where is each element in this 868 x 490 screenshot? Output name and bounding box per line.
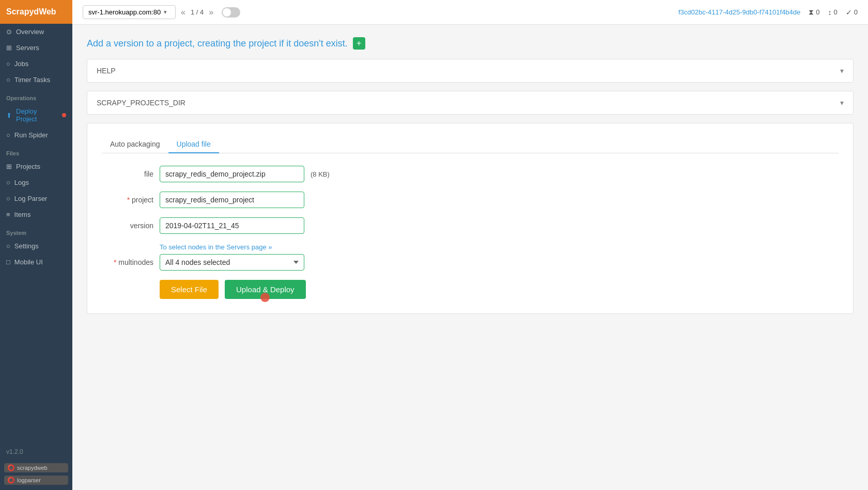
- done-stat: ✓ 0: [846, 8, 858, 17]
- github-icon-scrapydweb: ⭕: [7, 464, 15, 471]
- sidebar-logo[interactable]: ScrapydWeb: [0, 0, 72, 24]
- file-label: file: [102, 170, 153, 178]
- file-row: file (8 KB): [102, 166, 839, 182]
- multinodes-row: multinodes All 4 nodes selected: [102, 254, 839, 271]
- project-input[interactable]: [160, 192, 304, 208]
- files-section-label: Files: [0, 143, 72, 159]
- server-id-link[interactable]: f3cd02bc-4117-4d25-9db0-f74101f4b4de: [678, 8, 800, 16]
- sidebar-item-mobile-ui[interactable]: □ Mobile UI: [0, 254, 72, 270]
- project-row: project: [102, 192, 839, 208]
- mobile-ui-icon: □: [6, 258, 10, 266]
- deploy-project-icon: ⬆: [6, 112, 12, 119]
- running-stat: ↕ 0: [828, 8, 838, 17]
- add-button[interactable]: +: [353, 37, 365, 50]
- form-tabs: Auto packaging Upload file: [102, 136, 839, 153]
- sidebar-item-deploy-project[interactable]: ⬆ Deploy Project: [0, 103, 72, 127]
- version-label: version: [102, 222, 153, 230]
- content-area: Add a version to a project, creating the…: [72, 25, 868, 490]
- timer-tasks-icon: ○: [6, 76, 10, 84]
- system-section-label: System: [0, 223, 72, 238]
- run-spider-icon: ○: [6, 131, 10, 139]
- sidebar-item-run-spider[interactable]: ○ Run Spider: [0, 127, 72, 143]
- version-row: version: [102, 217, 839, 234]
- settings-icon: ○: [6, 242, 10, 250]
- github-icon-logparser: ⭕: [7, 477, 15, 484]
- help-label: HELP: [97, 67, 116, 75]
- upload-deploy-button[interactable]: Upload & Deploy: [225, 280, 306, 299]
- auto-refresh-toggle[interactable]: [222, 7, 240, 18]
- sidebar-item-settings[interactable]: ○ Settings: [0, 238, 72, 254]
- sidebar: ScrapydWeb ⊙ Overview ⊞ Servers ○ Jobs ○…: [0, 0, 72, 490]
- active-dot: [62, 113, 66, 117]
- click-indicator: [260, 293, 270, 302]
- tab-auto-packaging[interactable]: Auto packaging: [102, 136, 168, 153]
- hourglass-stat: ⧗ 0: [809, 8, 819, 17]
- project-label: project: [102, 196, 153, 204]
- topbar: svr-1.herokuapp.com:80 ▾ « 1 / 4 » f3cd0…: [72, 0, 868, 25]
- file-input[interactable]: [160, 166, 304, 182]
- overview-icon: ⊙: [6, 28, 12, 36]
- scrapy-projects-dir-card: SCRAPY_PROJECTS_DIR ▾: [87, 91, 854, 115]
- checkmark-icon: ✓: [846, 8, 852, 17]
- running-icon: ↕: [828, 8, 832, 17]
- jobs-icon: ○: [6, 60, 10, 68]
- items-icon: ≡: [6, 211, 10, 218]
- log-parser-icon: ○: [6, 195, 10, 202]
- servers-page-link[interactable]: To select nodes in the Servers page »: [160, 243, 839, 251]
- scrapydweb-badge[interactable]: ⭕ scrapydweb: [4, 463, 68, 472]
- scrapy-projects-dir-label: SCRAPY_PROJECTS_DIR: [97, 99, 185, 107]
- hourglass-icon: ⧗: [809, 8, 814, 17]
- tab-upload-file[interactable]: Upload file: [168, 136, 219, 153]
- topbar-right: f3cd02bc-4117-4d25-9db0-f74101f4b4de ⧗ 0…: [678, 8, 858, 17]
- logparser-badge[interactable]: ⭕ logparser: [4, 476, 68, 485]
- scrapy-projects-dir-collapsible[interactable]: SCRAPY_PROJECTS_DIR ▾: [87, 91, 853, 114]
- multinodes-select[interactable]: All 4 nodes selected: [160, 254, 304, 271]
- server-select-value: svr-1.herokuapp.com:80: [88, 8, 161, 16]
- nav-prev-icon[interactable]: «: [181, 8, 185, 17]
- projects-icon: ⊞: [6, 163, 12, 170]
- sidebar-item-items[interactable]: ≡ Items: [0, 207, 72, 223]
- logs-icon: ○: [6, 179, 10, 186]
- sidebar-item-servers[interactable]: ⊞ Servers: [0, 40, 72, 56]
- multinodes-label: multinodes: [102, 258, 153, 266]
- servers-icon: ⊞: [6, 44, 12, 52]
- help-chevron-icon: ▾: [840, 67, 844, 75]
- help-collapsible[interactable]: HELP ▾: [87, 59, 853, 82]
- page-indicator: 1 / 4: [191, 8, 204, 16]
- sidebar-item-overview[interactable]: ⊙ Overview: [0, 24, 72, 40]
- page-title-bar: Add a version to a project, creating the…: [87, 37, 854, 50]
- main-panel: svr-1.herokuapp.com:80 ▾ « 1 / 4 » f3cd0…: [72, 0, 868, 490]
- sidebar-item-timer-tasks[interactable]: ○ Timer Tasks: [0, 72, 72, 88]
- help-card: HELP ▾: [87, 59, 854, 83]
- scrapy-projects-dir-chevron-icon: ▾: [840, 99, 844, 107]
- sidebar-item-jobs[interactable]: ○ Jobs: [0, 56, 72, 72]
- nav-arrows: «: [181, 8, 185, 17]
- nav-next-icon[interactable]: »: [209, 8, 213, 17]
- sidebar-item-logs[interactable]: ○ Logs: [0, 175, 72, 191]
- form-card: Auto packaging Upload file file (8 KB) p…: [87, 123, 854, 314]
- page-title-text: Add a version to a project, creating the…: [87, 38, 348, 49]
- operations-section-label: Operations: [0, 88, 72, 103]
- sidebar-version: v1.2.0: [0, 442, 72, 462]
- sidebar-item-projects[interactable]: ⊞ Projects: [0, 159, 72, 175]
- version-input[interactable]: [160, 217, 304, 234]
- sidebar-item-log-parser[interactable]: ○ Log Parser: [0, 191, 72, 207]
- server-select[interactable]: svr-1.herokuapp.com:80 ▾: [83, 5, 176, 19]
- server-select-chevron-icon: ▾: [164, 9, 167, 15]
- select-file-button[interactable]: Select File: [160, 280, 219, 299]
- button-row: Select File Upload & Deploy: [160, 280, 839, 299]
- file-size-label: (8 KB): [311, 170, 330, 178]
